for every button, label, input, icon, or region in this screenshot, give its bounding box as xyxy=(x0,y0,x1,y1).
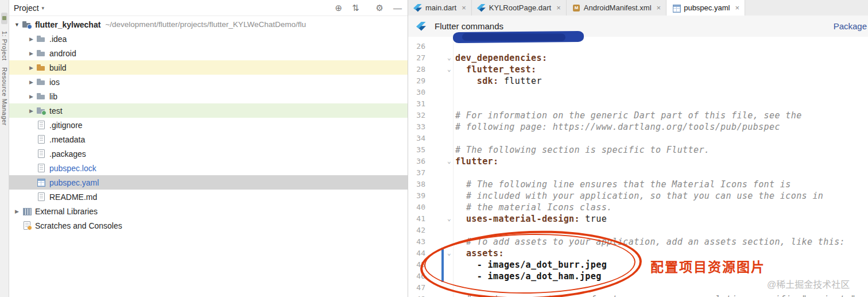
code-line-text xyxy=(454,41,455,52)
tree-toggle-arrow-icon[interactable]: ▶ xyxy=(26,36,36,42)
code-line-text: uses-material-design: true xyxy=(454,213,607,225)
code-line-text: sdk: flutter xyxy=(454,75,542,87)
tree-item-build[interactable]: ▶build xyxy=(9,60,408,75)
gutter-cell xyxy=(425,133,454,144)
annotation-text: 配置项目资源图片 xyxy=(650,256,765,276)
tree-item-idea[interactable]: ▶.idea xyxy=(9,32,408,46)
line-number: 33 xyxy=(408,121,425,133)
gutter-cell xyxy=(425,110,454,121)
close-tab-icon[interactable]: × xyxy=(556,4,561,11)
tab-androidmanifest-xml[interactable]: AndroidManifest.xml× xyxy=(567,0,666,16)
gutter-cell: ⌄ xyxy=(425,52,454,64)
tree-item-ios[interactable]: ▶ios xyxy=(9,75,408,89)
gutter-cell xyxy=(425,225,454,236)
tree-toggle-arrow-icon[interactable]: ▶ xyxy=(26,108,36,114)
tree-item-test[interactable]: ▶test xyxy=(9,103,408,118)
fold-arrow-icon[interactable]: ⌄ xyxy=(447,64,451,75)
gutter-cell xyxy=(425,98,454,110)
dart-file-icon xyxy=(477,4,486,12)
tab-pubspec-yaml[interactable]: pubspec.yaml× xyxy=(666,0,745,16)
tree-toggle-arrow-icon[interactable]: ▶ xyxy=(26,51,36,56)
stripe-resource-manager-label[interactable]: Resource Manager xyxy=(1,67,8,126)
tree-toggle-arrow-icon[interactable]: ▼ xyxy=(12,22,22,28)
code-token: flutter_test: xyxy=(466,64,537,75)
gutter-cell xyxy=(425,167,454,179)
tree-item-readme-md[interactable]: README.md xyxy=(9,190,408,204)
tree-toggle-arrow-icon[interactable]: ▶ xyxy=(26,79,36,85)
redaction-scribble xyxy=(453,31,584,43)
line-number: 30 xyxy=(408,87,425,98)
line-number: 47 xyxy=(408,282,425,294)
tree-item-packages[interactable]: .packages xyxy=(9,146,408,161)
line-number: 26 xyxy=(408,41,425,52)
tree-item-metadata[interactable]: .metadata xyxy=(9,132,408,146)
tree-item-gitignore[interactable]: .gitignore xyxy=(9,118,408,132)
tree-item-pubspec-lock[interactable]: pubspec.lock xyxy=(9,161,408,175)
icon-badge xyxy=(27,24,32,29)
tab-main-dart[interactable]: main.dart× xyxy=(408,0,472,16)
line-number: 36 xyxy=(408,156,425,167)
folder-excluded-icon xyxy=(36,63,46,72)
tree-item-android[interactable]: ▶android xyxy=(9,46,408,60)
code-line-text xyxy=(454,98,455,110)
tree-item-pubspec-yaml[interactable]: pubspec.yaml xyxy=(9,175,408,190)
line-number: 44 xyxy=(408,248,425,259)
locate-icon[interactable]: ⊕ xyxy=(335,3,342,12)
code-line-text: # the material Icons class. xyxy=(454,202,613,213)
yaml-file-icon xyxy=(672,4,680,12)
line-number: 42 xyxy=(408,225,425,236)
packages-get-link[interactable]: Package xyxy=(834,21,867,31)
tool-window-stripe: 1: Project Resource Manager xyxy=(0,0,9,297)
gutter-cell xyxy=(425,179,454,190)
tree-toggle-arrow-icon[interactable]: ▶ xyxy=(12,209,22,214)
folder-icon xyxy=(36,78,46,86)
close-tab-icon[interactable]: × xyxy=(462,4,466,11)
code-token: # The following section is specific to F… xyxy=(455,145,710,155)
ide-window: 1: Project Resource Manager Project ▾ ⊕⇅… xyxy=(0,0,868,297)
gutter-cell: ⌄ xyxy=(425,156,454,167)
tree-toggle-arrow-icon[interactable]: ▶ xyxy=(26,94,36,99)
fold-arrow-icon[interactable]: ⌄ xyxy=(447,213,451,225)
tree-item-label: flutter_kylwechat xyxy=(35,20,100,29)
code-line-37: 37 xyxy=(408,167,868,179)
tree-item-lib[interactable]: ▶lib xyxy=(9,89,408,103)
line-number: 38 xyxy=(408,179,425,190)
code-line-35: 35# The following section is specific to… xyxy=(408,144,868,156)
collapse-all-icon[interactable]: ⇅ xyxy=(352,3,359,12)
line-number: 40 xyxy=(408,202,425,213)
manifest-file-icon xyxy=(572,4,580,12)
code-line-text: # The following section is specific to F… xyxy=(454,144,710,156)
project-tool-window-icon[interactable] xyxy=(1,13,7,24)
tree-toggle-arrow-icon[interactable]: ▶ xyxy=(26,65,36,71)
fold-arrow-icon[interactable]: ⌄ xyxy=(447,156,451,167)
gutter-cell xyxy=(425,202,454,213)
project-view-selector[interactable]: Project ▾ xyxy=(14,3,44,13)
code-token xyxy=(455,179,466,190)
tree-item-external-libraries[interactable]: ▶External Libraries xyxy=(9,204,408,218)
yaml-icon xyxy=(36,178,46,187)
tree-item-label: .idea xyxy=(49,34,67,44)
tab-kylrootpage-dart[interactable]: KYLRootPage.dart× xyxy=(472,0,567,16)
code-token: # For information on the generic Dart pa… xyxy=(455,110,802,121)
close-tab-icon[interactable]: × xyxy=(657,4,661,11)
fold-arrow-icon[interactable]: ⌄ xyxy=(447,52,451,64)
code-line-28: 28⌄ flutter_test: xyxy=(408,64,868,75)
hide-panel-icon[interactable]: — xyxy=(393,3,402,12)
settings-gear-icon[interactable]: ⚙ xyxy=(376,3,383,12)
stripe-project-label[interactable]: 1: Project xyxy=(1,31,8,60)
watermark: @稀土掘金技术社区 xyxy=(767,277,850,291)
tab-label: KYLRootPage.dart xyxy=(489,3,551,12)
line-number: 48 xyxy=(408,294,425,297)
folder-icon xyxy=(36,92,46,101)
tree-item-flutter-kylwechat[interactable]: ▼flutter_kylwechat~/development/flutter/… xyxy=(9,17,408,32)
tree-item-label: .packages xyxy=(49,149,86,159)
code-line-text: dev_dependencies: xyxy=(454,52,547,64)
close-tab-icon[interactable]: × xyxy=(735,4,739,11)
code-token: flutter: xyxy=(455,156,498,167)
gutter-cell xyxy=(425,121,454,133)
project-view-label: Project xyxy=(14,3,39,13)
project-icon xyxy=(22,20,32,29)
tree-item-scratches-and-consoles[interactable]: Scratches and Consoles xyxy=(9,218,408,233)
dart-file-icon xyxy=(413,4,422,12)
tree-item-label: android xyxy=(49,49,76,58)
